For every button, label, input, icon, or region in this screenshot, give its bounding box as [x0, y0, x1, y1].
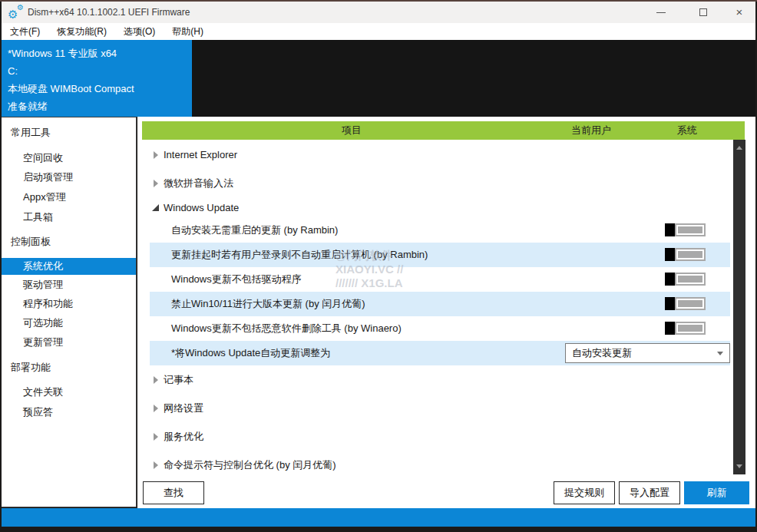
sidebar: 常用工具空间回收启动项管理Appx管理工具箱控制面板系统优化驱动管理程序和功能可… [2, 117, 137, 507]
toggle-switch[interactable] [665, 297, 706, 310]
expand-arrow-icon[interactable] [154, 180, 158, 187]
session-card[interactable]: *Windows 11 专业版 x64C:本地硬盘 WIMBoot Compac… [2, 40, 192, 117]
sidebar-group-label: 控制面板 [2, 233, 136, 250]
toggle-switch[interactable] [665, 223, 706, 236]
sidebar-item[interactable]: 工具箱 [2, 209, 136, 226]
toggle-knob [665, 322, 675, 335]
minimize-icon [656, 12, 666, 13]
gear-icon: ⚙ [17, 4, 24, 12]
toggle-knob [665, 297, 675, 310]
tree-row[interactable]: Internet Explorer [150, 140, 730, 169]
scroll-down-icon[interactable] [736, 464, 742, 468]
maximize-button[interactable] [692, 2, 715, 23]
session-strip-background [192, 40, 755, 117]
tree-row-label: 禁止Win10/11进行大版本更新 (by 闰月优葡) [171, 292, 365, 316]
sidebar-item[interactable]: 可选功能 [2, 315, 136, 332]
expand-arrow-icon[interactable] [154, 461, 158, 469]
menu-bar: 文件(F)恢复功能(R)选项(O)帮助(H) [2, 23, 755, 40]
sidebar-item[interactable]: 程序和功能 [2, 296, 136, 312]
tree-row[interactable]: 命令提示符与控制台优化 (by 闰月优葡) [150, 451, 730, 479]
column-header: 项目 [342, 121, 362, 140]
column-header: 系统 [677, 121, 697, 140]
tree-row[interactable]: 禁止Win10/11进行大版本更新 (by 闰月优葡) [150, 292, 730, 316]
tree-row-label: Windows更新不包括驱动程序 [171, 267, 302, 292]
session-line-1: *Windows 11 专业版 x64 [8, 45, 192, 62]
expand-arrow-icon[interactable] [154, 405, 158, 412]
tree-row-label: Internet Explorer [164, 140, 237, 169]
sidebar-item[interactable]: 文件关联 [2, 384, 136, 401]
grid-header: 项目当前用户系统 [142, 121, 745, 140]
toggle-track [675, 322, 706, 335]
tree-row-label: 微软拼音输入法 [164, 169, 233, 197]
toggle-knob [665, 273, 675, 286]
title-bar[interactable]: ⚙ ⚙ Dism++x64 10.1.1002.1 UEFI Firmware … [2, 2, 755, 23]
sidebar-item[interactable]: 预应答 [2, 404, 136, 421]
tree-row[interactable]: Windows Update [150, 197, 730, 218]
window-title: Dism++x64 10.1.1002.1 UEFI Firmware [28, 7, 190, 18]
tree-row[interactable]: 网络设置 [150, 394, 730, 422]
chevron-down-icon [717, 352, 723, 355]
main-content: 项目当前用户系统 Internet Explorer微软拼音输入法Windows… [137, 117, 755, 508]
toggle-switch[interactable] [665, 248, 706, 261]
update-mode-dropdown[interactable]: 自动安装更新 [565, 343, 730, 363]
sidebar-item[interactable]: 空间回收 [2, 150, 136, 167]
app-logo-gears-icon: ⚙ ⚙ [8, 4, 26, 22]
session-line-2: C: [8, 62, 192, 80]
tree-row-label: *将Windows Update自动更新调整为 [171, 341, 330, 365]
tree-row-label: Windows Update [164, 197, 239, 218]
session-line-4: 准备就绪 [8, 97, 192, 115]
tree-row[interactable]: 自动安装无需重启的更新 (by Rambin) [150, 218, 730, 243]
sidebar-item[interactable]: Appx管理 [2, 189, 136, 206]
tree-row[interactable]: *将Windows Update自动更新调整为自动安装更新 [150, 341, 730, 365]
minimize-button[interactable] [650, 2, 673, 23]
column-header: 当前用户 [571, 121, 611, 140]
toggle-track [675, 273, 706, 286]
menu-item-1[interactable]: 文件(F) [2, 23, 48, 40]
dismpp-window: ⚙ ⚙ Dism++x64 10.1.1002.1 UEFI Firmware … [0, 0, 757, 532]
sidebar-group-label: 部署功能 [2, 359, 136, 376]
toggle-track [675, 297, 706, 310]
find-button[interactable]: 查找 [143, 481, 204, 504]
import-config-button[interactable]: 导入配置 [619, 481, 680, 504]
toggle-switch[interactable] [665, 322, 706, 335]
vertical-scrollbar[interactable] [733, 140, 745, 474]
menu-item-3[interactable]: 选项(O) [115, 23, 164, 40]
expand-arrow-icon[interactable] [154, 151, 158, 159]
sidebar-item[interactable]: 系统优化 [2, 258, 136, 275]
session-line-3: 本地硬盘 WIMBoot Compact [8, 80, 192, 97]
tree-row[interactable]: 更新挂起时若有用户登录则不自动重启计算机 (by Rambin) [150, 243, 730, 267]
sidebar-item[interactable]: 更新管理 [2, 334, 136, 351]
toggle-knob [665, 223, 675, 236]
menu-item-4[interactable]: 帮助(H) [164, 23, 212, 40]
tree-row-label: 网络设置 [164, 394, 203, 422]
tree-row[interactable]: Windows更新不包括恶意软件删除工具 (by Winaero) [150, 316, 730, 341]
refresh-button[interactable]: 刷新 [684, 481, 749, 504]
tree-row-label: 服务优化 [164, 422, 203, 451]
tree-row-label: 自动安装无需重启的更新 (by Rambin) [171, 218, 338, 243]
status-bar [2, 508, 755, 527]
expand-arrow-icon[interactable] [154, 376, 158, 384]
toggle-track [675, 223, 706, 236]
toggle-track [675, 248, 706, 261]
menu-item-2[interactable]: 恢复功能(R) [48, 23, 115, 40]
tree-row-label: 更新挂起时若有用户登录则不自动重启计算机 (by Rambin) [171, 243, 428, 267]
maximize-icon [699, 8, 707, 16]
tree-row[interactable]: Windows更新不包括驱动程序 [150, 267, 730, 292]
sidebar-item[interactable]: 启动项管理 [2, 169, 136, 186]
tree-row[interactable]: 记事本 [150, 365, 730, 394]
dropdown-selected-value: 自动安装更新 [572, 344, 632, 362]
sidebar-group-label: 常用工具 [2, 124, 136, 141]
close-button[interactable]: × [728, 2, 751, 23]
toggle-knob [665, 248, 675, 261]
sidebar-item[interactable]: 驱动管理 [2, 276, 136, 293]
tree-row[interactable]: 微软拼音输入法 [150, 169, 730, 197]
expand-arrow-icon[interactable] [154, 433, 158, 441]
collapse-arrow-icon[interactable] [152, 204, 159, 211]
tree-row[interactable]: 服务优化 [150, 422, 730, 451]
scroll-up-icon[interactable] [736, 146, 742, 150]
submit-rules-button[interactable]: 提交规则 [554, 481, 615, 504]
tree-row-label: 记事本 [164, 365, 193, 394]
tree-row-label: Windows更新不包括恶意软件删除工具 (by Winaero) [171, 316, 402, 341]
toggle-switch[interactable] [665, 273, 706, 286]
close-icon: × [728, 2, 751, 23]
